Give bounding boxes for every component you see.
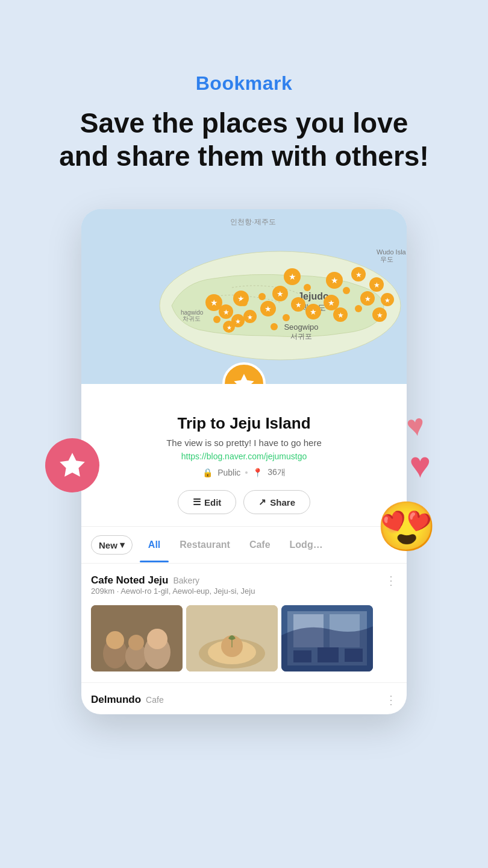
svg-text:★: ★ xyxy=(355,271,362,279)
place-name-row-2: Delmundo Cafe xyxy=(91,694,164,706)
svg-text:★: ★ xyxy=(295,301,302,309)
svg-text:★: ★ xyxy=(210,298,218,307)
svg-point-61 xyxy=(106,631,124,649)
star-icon xyxy=(57,450,87,480)
share-button[interactable]: ↗ Share xyxy=(243,490,310,514)
svg-text:★: ★ xyxy=(331,275,339,285)
location-icon: 📍 xyxy=(252,468,263,477)
place-name-1: Cafe Noted Jeju xyxy=(91,574,168,587)
svg-text:★: ★ xyxy=(384,297,390,304)
place-header-1: Cafe Noted Jeju Bakery 209km · Aewol-ro … xyxy=(91,574,397,603)
place-image-1a xyxy=(91,605,183,671)
place-image-1c xyxy=(281,605,373,671)
filter-new-tab[interactable]: New ▾ xyxy=(91,535,133,555)
svg-text:우도: 우도 xyxy=(380,256,393,263)
place-img-svg-1a xyxy=(91,605,183,671)
place-menu-2[interactable]: ⋮ xyxy=(385,694,397,706)
svg-point-54 xyxy=(240,299,248,306)
card-content: Trip to Jeju Island The view is so prett… xyxy=(81,384,407,526)
map-area: 인천항·제주도 Jejudo 제주도 Seogwipo 서귀포 Wudo Isl… xyxy=(81,209,407,384)
share-icon: ↗ xyxy=(258,497,266,508)
headline-line1: Save the places you love xyxy=(80,107,408,139)
meta-dot xyxy=(245,471,248,474)
svg-point-49 xyxy=(258,293,266,300)
svg-point-50 xyxy=(304,284,311,291)
map-svg: 인천항·제주도 Jejudo 제주도 Seogwipo 서귀포 Wudo Isl… xyxy=(81,209,407,384)
place-menu-1[interactable]: ⋮ xyxy=(385,574,397,587)
svg-text:★: ★ xyxy=(277,289,284,298)
place-images-1 xyxy=(91,605,397,671)
filter-tab-all[interactable]: All xyxy=(140,536,169,554)
action-buttons: ☰ Edit ↗ Share xyxy=(178,490,310,514)
floating-heart-big: ♥ xyxy=(409,444,431,486)
svg-text:★: ★ xyxy=(310,307,317,316)
place-type-1: Bakery xyxy=(173,576,199,585)
svg-text:인천항·제주도: 인천항·제주도 xyxy=(230,218,275,226)
svg-point-53 xyxy=(271,323,278,330)
svg-point-62 xyxy=(128,635,144,650)
place-type-2: Cafe xyxy=(146,695,164,705)
place-img-svg-1c xyxy=(281,605,373,671)
svg-text:Wudo Isla: Wudo Isla xyxy=(377,248,407,256)
place-info-1: Cafe Noted Jeju Bakery 209km · Aewol-ro … xyxy=(91,574,255,603)
floating-star-badge xyxy=(45,438,99,492)
svg-point-56 xyxy=(355,305,362,312)
svg-text:★: ★ xyxy=(377,311,383,319)
svg-point-63 xyxy=(147,629,167,649)
star-avatar-icon xyxy=(232,372,256,384)
place-header-2: Delmundo Cafe ⋮ xyxy=(91,694,397,706)
svg-text:★: ★ xyxy=(235,318,241,325)
phone-card-wrapper: ♥ ♥ 😍 xyxy=(81,209,407,714)
filter-tab-cafe[interactable]: Cafe xyxy=(241,536,279,554)
filter-tab-lodge[interactable]: Lodg… xyxy=(281,536,331,554)
page-container: Bookmark Save the places you love and sh… xyxy=(0,0,488,750)
edit-label: Edit xyxy=(204,497,221,508)
lock-icon: 🔒 xyxy=(202,468,213,477)
dropdown-icon: ▾ xyxy=(120,539,125,550)
place-address-1: Aewol-ro 1-gil, Aewol-eup, Jeju-si, Jeju xyxy=(120,587,255,596)
edit-button[interactable]: ☰ Edit xyxy=(178,490,236,514)
visibility-label: Public xyxy=(217,468,240,477)
trip-meta: 🔒 Public 📍 36개 xyxy=(202,467,286,478)
svg-text:★: ★ xyxy=(289,272,296,281)
svg-text:★: ★ xyxy=(337,311,344,319)
svg-point-55 xyxy=(343,287,350,294)
floating-heart-small: ♥ xyxy=(404,407,428,444)
place-count: 36개 xyxy=(267,467,286,478)
trip-link[interactable]: https://blog.naver.com/jejumustgo xyxy=(181,451,307,461)
svg-text:★: ★ xyxy=(374,281,380,289)
headline-line2: and share them with others! xyxy=(59,140,428,172)
place-item-2: Delmundo Cafe ⋮ xyxy=(81,683,407,714)
place-distance-1: 209km xyxy=(91,587,114,596)
trip-description: The view is so pretty! I have to go here xyxy=(166,438,322,448)
svg-text:서귀포: 서귀포 xyxy=(290,332,312,341)
svg-text:★: ★ xyxy=(364,295,371,303)
share-label: Share xyxy=(270,497,295,508)
filter-tab-restaurant[interactable]: Restaurant xyxy=(171,536,239,554)
edit-icon: ☰ xyxy=(193,497,201,508)
svg-text:★: ★ xyxy=(328,298,335,307)
place-name-2: Delmundo xyxy=(91,694,141,706)
svg-point-52 xyxy=(213,316,221,323)
svg-text:★: ★ xyxy=(247,313,253,321)
new-tab-label: New xyxy=(99,540,117,550)
phone-card: 인천항·제주도 Jejudo 제주도 Seogwipo 서귀포 Wudo Isl… xyxy=(81,209,407,714)
bookmark-label: Bookmark xyxy=(196,72,293,95)
filter-tabs: New ▾ All Restaurant Cafe Lodg… xyxy=(81,527,407,564)
svg-text:★: ★ xyxy=(223,308,230,316)
place-addr-1: 209km · Aewol-ro 1-gil, Aewol-eup, Jeju-… xyxy=(91,587,255,596)
floating-emoji: 😍 xyxy=(377,498,437,555)
place-item-1: Cafe Noted Jeju Bakery 209km · Aewol-ro … xyxy=(81,564,407,683)
svg-point-51 xyxy=(283,314,290,321)
svg-text:Seogwipo: Seogwipo xyxy=(284,322,318,332)
svg-text:★: ★ xyxy=(227,324,232,331)
place-name-row-1: Cafe Noted Jeju Bakery xyxy=(91,574,255,587)
trip-title: Trip to Jeju Island xyxy=(177,414,310,433)
svg-text:차귀도: 차귀도 xyxy=(183,315,201,322)
svg-text:★: ★ xyxy=(264,304,272,313)
headline: Save the places you love and share them … xyxy=(35,107,452,173)
place-image-1b xyxy=(186,605,278,671)
place-img-svg-1b xyxy=(186,605,278,671)
